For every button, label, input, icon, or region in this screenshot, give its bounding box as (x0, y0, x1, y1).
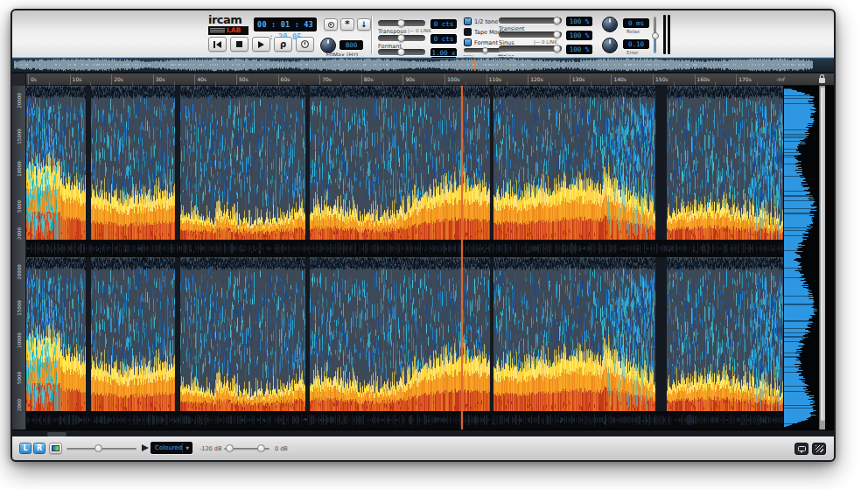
lock-icon[interactable] (819, 78, 825, 83)
ruler-tick-label: 60s (281, 76, 290, 82)
horizontal-scrollbar[interactable] (12, 430, 834, 437)
sinus-slider-thumb[interactable] (553, 31, 561, 38)
ruler-tick-label: 170s (738, 76, 752, 82)
colormap-icon (52, 445, 60, 451)
vertical-scrollbar[interactable] (819, 86, 825, 430)
transpose-slider[interactable] (378, 20, 425, 26)
frequency-label: 20000 (17, 87, 22, 114)
db-range-thumb-low[interactable] (226, 444, 234, 452)
comment-button[interactable] (794, 443, 808, 455)
timecode-display: 00 : 01 : 43 : 20.05 (254, 17, 317, 31)
ruler-tick-label: 40s (197, 76, 206, 82)
zoom-slider-thumb[interactable] (94, 444, 102, 452)
playhead-cursor (461, 86, 463, 430)
ruler-tick-label: 110s (489, 76, 502, 82)
skip-start-icon (214, 41, 215, 48)
ircam-lab-logo: ircam LAB (208, 15, 250, 35)
circle-dot-icon (328, 22, 334, 28)
overview-loop-marker[interactable] (575, 58, 577, 62)
colormap-dropdown[interactable]: Coloured ▼ (150, 442, 192, 454)
record-dot-button[interactable] (324, 18, 338, 31)
horizontal-scrollbar-thumb[interactable] (47, 432, 66, 437)
overview-loop-marker[interactable] (578, 58, 580, 62)
noise-slider-thumb[interactable] (553, 45, 561, 52)
ruler-tick-label: 100s (447, 76, 460, 82)
pitch-link-label[interactable]: |— 0 LINK (408, 28, 431, 33)
toolbar-handle[interactable] (663, 15, 666, 54)
ruler-tick-label: 70s (322, 76, 332, 82)
sinus-slider[interactable] (499, 31, 562, 38)
resize-grip[interactable] (812, 443, 826, 455)
colormap-button[interactable] (49, 443, 62, 454)
timeline-ruler[interactable]: 0s10s20s30s40s50s60s70s80s90s100s110s120… (12, 73, 834, 86)
right-channel-button[interactable]: R (33, 443, 46, 454)
sinus-value: 100 % (566, 31, 592, 40)
loop-button[interactable]: ρ (274, 37, 292, 52)
asterisk-icon: * (345, 22, 350, 27)
stretch-slider[interactable] (378, 49, 425, 55)
formant-checkbox[interactable]: Formant (464, 38, 498, 46)
mix-vertical-slider[interactable] (654, 17, 656, 53)
app-window: ircam LAB 00 : 01 : 43 : 20.05 * ↓ ρ 800… (10, 9, 836, 462)
frequency-label: 15000 (17, 295, 22, 321)
stretch-range-thumb[interactable] (482, 47, 488, 53)
stop-button[interactable] (230, 37, 248, 52)
spectrogram-area: 20000150001000050002000 2000015000100005… (12, 86, 834, 430)
db-max-label: 0 dB (275, 445, 288, 452)
frequency-label: 10000 (17, 156, 22, 182)
logo-hatch-icon (210, 28, 225, 33)
mix-vertical-thumb[interactable] (652, 32, 659, 39)
halftone-checkbox[interactable]: 1/2 tone (464, 17, 498, 25)
transient-slider-thumb[interactable] (553, 17, 561, 24)
top-toolbar: ircam LAB 00 : 01 : 43 : 20.05 * ↓ ρ 800… (12, 10, 834, 58)
logo-text: ircam (208, 15, 250, 25)
frequency-label: 5000 (17, 365, 22, 391)
overview-waveform-canvas[interactable] (12, 58, 834, 72)
formant-value: 0 cts (430, 34, 457, 44)
spectrogram-canvas[interactable] (26, 86, 783, 430)
play-triangle-icon[interactable] (142, 444, 149, 451)
error-knob[interactable] (602, 38, 618, 53)
ruler-tick-label: 0s (31, 76, 37, 82)
transient-slider[interactable] (499, 17, 562, 24)
relax-knob[interactable] (602, 17, 618, 32)
transpose-value: 0 cts (430, 19, 457, 29)
clock-icon (301, 40, 309, 48)
ruler-tick-label: 120s (530, 76, 543, 82)
play-button[interactable] (252, 37, 270, 52)
arrow-down-icon: ↓ (360, 21, 368, 29)
spectrum-db-label: -Inf (776, 76, 785, 82)
checkbox-icon (464, 17, 472, 25)
frequency-label: 20000 (17, 259, 22, 285)
frequency-label: 2000 (17, 220, 22, 247)
ruler-tick-label: 140s (613, 76, 626, 82)
noise-slider[interactable] (499, 45, 562, 52)
ruler-tick-label: 90s (405, 76, 415, 82)
toolbar-handle[interactable] (668, 15, 670, 54)
relax-label: Relax (626, 29, 640, 34)
formant-slider-thumb[interactable] (397, 34, 405, 42)
grip-icon (816, 445, 823, 452)
frequency-axis: 20000150001000050002000 2000015000100005… (12, 86, 26, 430)
clock-button[interactable] (296, 37, 314, 52)
ruler-tick-label: 50s (239, 76, 248, 82)
f0max-value: 800 (340, 40, 363, 50)
chevron-down-icon: ▼ (182, 443, 192, 453)
transient-value: 100 % (566, 17, 592, 26)
remix-link-label[interactable]: |— 0 LINK (534, 39, 557, 45)
left-channel-button[interactable]: L (19, 443, 32, 454)
db-range-thumb-high[interactable] (257, 444, 265, 452)
error-value: 0.10 (623, 39, 649, 49)
stretch-slider-thumb[interactable] (397, 48, 405, 56)
rho-icon: ρ (280, 40, 286, 49)
ruler-tick-label: 150s (655, 76, 668, 82)
frequency-label: 2000 (17, 392, 22, 418)
transpose-slider-thumb[interactable] (397, 19, 405, 27)
snowflake-button[interactable]: * (340, 18, 354, 31)
formant-slider[interactable] (378, 35, 425, 41)
arrow-down-button[interactable]: ↓ (357, 18, 371, 31)
skip-to-start-button[interactable] (208, 37, 227, 52)
waveform-overview[interactable] (12, 58, 834, 72)
speech-bubble-icon (798, 446, 806, 451)
ruler-tick-label: 30s (156, 76, 165, 82)
